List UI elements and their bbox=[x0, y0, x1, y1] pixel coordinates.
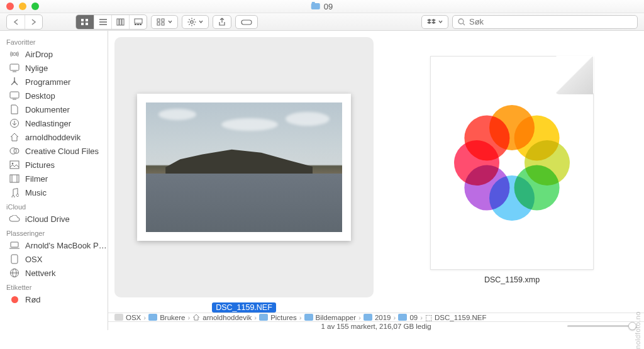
sidebar-item-recents[interactable]: Nylige bbox=[0, 61, 108, 75]
maximize-button[interactable] bbox=[31, 3, 39, 10]
svg-rect-17 bbox=[162, 23, 164, 25]
path-bar: OSX › Brukere › arnoldhoddevik › Picture… bbox=[108, 313, 644, 321]
svg-line-25 bbox=[189, 24, 189, 25]
sidebar-item-documents[interactable]: Dokumenter bbox=[0, 102, 108, 116]
window-title-text: 09 bbox=[324, 2, 333, 11]
laptop-icon bbox=[9, 240, 20, 250]
sidebar-item-movies[interactable]: Filmer bbox=[0, 172, 108, 186]
tags-button[interactable] bbox=[235, 15, 258, 29]
chevron-down-icon bbox=[199, 20, 203, 23]
path-segment-file[interactable]: ⬚DSC_1159.NEF bbox=[425, 313, 486, 322]
sidebar-item-downloads[interactable]: Nedlastinger bbox=[0, 116, 108, 130]
zoom-slider[interactable] bbox=[567, 325, 636, 327]
chevron-down-icon bbox=[168, 20, 172, 23]
sidebar-item-label: Desktop bbox=[25, 91, 55, 101]
chevron-right-icon: › bbox=[358, 314, 361, 321]
group-by-menu[interactable] bbox=[151, 15, 178, 29]
file-name-label[interactable]: DSC_1159.xmp bbox=[480, 275, 543, 285]
path-segment-drive[interactable]: OSX bbox=[114, 314, 141, 321]
svg-rect-3 bbox=[86, 23, 88, 25]
dropbox-menu[interactable] bbox=[421, 15, 448, 29]
svg-point-30 bbox=[13, 53, 16, 55]
svg-rect-2 bbox=[81, 23, 84, 25]
sidebar-item-osx[interactable]: OSX bbox=[0, 252, 108, 266]
svg-line-26 bbox=[194, 19, 194, 19]
path-segment-folder[interactable]: 09 bbox=[398, 314, 418, 321]
share-button[interactable] bbox=[213, 15, 231, 29]
sidebar-item-label: Creative Cloud Files bbox=[25, 147, 99, 156]
file-grid[interactable]: DSC_1159.NEF DSC_1159.xm bbox=[108, 31, 644, 313]
back-button[interactable] bbox=[7, 15, 25, 29]
svg-rect-39 bbox=[10, 161, 19, 169]
path-segment-folder[interactable]: Bildemapper bbox=[304, 314, 357, 321]
file-thumbnail-frame bbox=[137, 94, 351, 241]
path-segment-folder[interactable]: Brukere bbox=[148, 314, 185, 321]
sidebar-item-icloud-drive[interactable]: iCloud Drive bbox=[0, 212, 108, 226]
content-area: DSC_1159.NEF DSC_1159.xm bbox=[108, 31, 644, 330]
airdrop-icon bbox=[9, 49, 20, 59]
tag-icon bbox=[241, 18, 252, 26]
chevron-right-icon: › bbox=[187, 314, 190, 321]
svg-rect-16 bbox=[157, 23, 160, 25]
gear-icon bbox=[187, 18, 196, 26]
path-segment-home[interactable]: arnoldhoddevik bbox=[192, 314, 252, 321]
svg-rect-9 bbox=[122, 19, 124, 25]
file-item-xmp[interactable]: DSC_1159.xmp bbox=[399, 37, 625, 285]
sidebar-heading-icloud: iCloud bbox=[0, 199, 108, 212]
network-icon bbox=[9, 268, 20, 278]
movies-icon bbox=[9, 174, 20, 184]
sidebar-item-home[interactable]: arnoldhoddevik bbox=[0, 130, 108, 144]
document-icon bbox=[430, 56, 594, 270]
path-segment-folder[interactable]: Pictures bbox=[259, 314, 297, 321]
watermark: © arnoldfoto.no bbox=[634, 311, 641, 349]
music-icon bbox=[9, 187, 20, 197]
gallery-view-button[interactable] bbox=[129, 15, 147, 29]
svg-rect-7 bbox=[117, 19, 119, 25]
drive-icon bbox=[114, 314, 123, 321]
minimize-button[interactable] bbox=[19, 3, 26, 10]
svg-rect-44 bbox=[11, 242, 18, 247]
sidebar-item-laptop[interactable]: Arnold's MacBook P… bbox=[0, 238, 108, 252]
share-icon bbox=[218, 18, 226, 26]
applications-icon bbox=[9, 77, 20, 87]
sidebar-item-applications[interactable]: Programmer bbox=[0, 75, 108, 89]
sidebar-item-creative-cloud[interactable]: Creative Cloud Files bbox=[0, 144, 108, 158]
search-field[interactable] bbox=[452, 15, 638, 29]
sidebar-item-tag-red[interactable]: Rød bbox=[0, 292, 108, 306]
file-icon: ⬚ bbox=[425, 313, 432, 322]
svg-line-24 bbox=[194, 24, 194, 25]
search-icon bbox=[458, 18, 465, 26]
svg-rect-13 bbox=[140, 24, 142, 25]
chevron-right-icon: › bbox=[143, 314, 146, 321]
forward-button[interactable] bbox=[25, 15, 42, 29]
sidebar-item-pictures[interactable]: Pictures bbox=[0, 158, 108, 172]
sidebar-item-label: iCloud Drive bbox=[25, 214, 70, 224]
sidebar-heading-tags: Etiketter bbox=[0, 280, 108, 292]
svg-point-40 bbox=[12, 163, 14, 165]
view-mode-switcher bbox=[75, 14, 147, 30]
recents-icon bbox=[9, 63, 20, 73]
svg-point-33 bbox=[13, 80, 15, 82]
list-view-button[interactable] bbox=[94, 15, 111, 29]
sidebar-item-music[interactable]: Music bbox=[0, 186, 108, 199]
tag-red-icon bbox=[9, 294, 20, 304]
sidebar-item-label: Nettverk bbox=[25, 269, 55, 278]
sidebar-item-network[interactable]: Nettverk bbox=[0, 266, 108, 280]
file-name-label[interactable]: DSC_1159.NEF bbox=[212, 302, 276, 313]
action-menu[interactable] bbox=[182, 15, 209, 29]
file-item-selected[interactable]: DSC_1159.NEF bbox=[114, 37, 374, 313]
documents-icon bbox=[9, 104, 20, 114]
svg-rect-8 bbox=[119, 19, 121, 25]
icon-view-button[interactable] bbox=[76, 15, 94, 29]
column-view-button[interactable] bbox=[111, 15, 129, 29]
chevron-right-icon: › bbox=[394, 314, 396, 321]
search-input[interactable] bbox=[469, 17, 632, 26]
sidebar-item-airdrop[interactable]: AirDrop bbox=[0, 47, 108, 61]
sidebar-item-label: Arnold's MacBook P… bbox=[25, 241, 107, 250]
path-segment-folder[interactable]: 2019 bbox=[364, 314, 391, 321]
downloads-icon bbox=[9, 118, 20, 128]
sidebar-item-desktop[interactable]: Desktop bbox=[0, 89, 108, 102]
close-button[interactable] bbox=[6, 3, 14, 10]
icloud-icon bbox=[9, 214, 20, 224]
sidebar-item-label: arnoldhoddevik bbox=[25, 133, 80, 142]
